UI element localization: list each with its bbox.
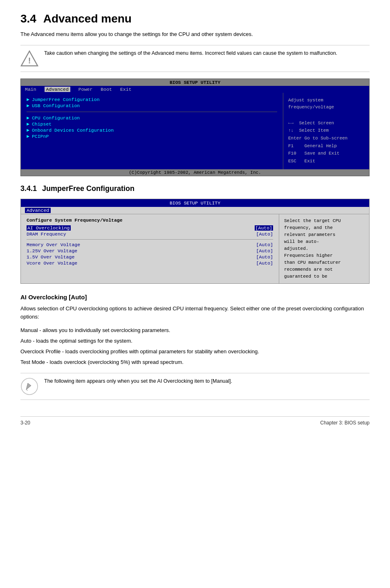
svg-text:!: ! — [28, 56, 31, 65]
footer-chapter: Chapter 3: BIOS setup — [320, 420, 370, 426]
bios-item-chipset: ► Chipset — [27, 121, 277, 127]
bios-body: ► JumperFree Configuration ► USB Configu… — [21, 93, 369, 169]
svg-line-3 — [26, 390, 28, 391]
bios-screen-jumperfree: BIOS SETUP UTILITY Advanced Configure Sy… — [20, 199, 370, 284]
subsection-title: 3.4.1 JumperFree Configuration — [20, 184, 370, 193]
warning-box: ! Take caution when changing the setting… — [20, 45, 370, 72]
arrow-icon: ► — [27, 121, 29, 127]
bios2-row-ai: AI Overclocking [Auto] — [27, 225, 273, 231]
bios-item-jumperfree: ► JumperFree Configuration — [27, 97, 277, 102]
option-manual: Manual - allows you to individually set … — [20, 326, 370, 334]
intro-text: The Advanced menu items allow you to cha… — [20, 30, 370, 38]
option-test-mode: Test Mode - loads overclock (overclockin… — [20, 358, 370, 366]
bios-nav-keys: ←→ Select Screen ↑↓ Select Item Enter Go… — [288, 119, 364, 165]
bios-item-cpu: ► CPU Configuration — [27, 115, 277, 121]
bios2-section-header: Configure System Frequency/Voltage — [27, 218, 273, 223]
bios2-row-125v: 1.25V Over Voltage [Auto] — [27, 248, 273, 254]
section-title: 3.4 Advanced menu — [20, 12, 370, 25]
note-box: The following item appears only when you… — [20, 373, 370, 400]
ai-overclocking-title: AI Overclocking [Auto] — [20, 294, 370, 301]
bios-topbar: BIOS SETUP UTILITY — [21, 79, 369, 86]
bios2-row-mem: Memory Over Voltage [Auto] — [27, 242, 273, 247]
bios-screen-main: BIOS SETUP UTILITY Main Advanced Power B… — [20, 79, 370, 176]
bios2-row-vcore: Vcore Over Voltage [Auto] — [27, 260, 273, 266]
bios-footer: (C)Copyright 1985-2002, American Megatre… — [21, 169, 369, 176]
bios2-row-dram: DRAM Frequency [Auto] — [27, 231, 273, 237]
footer-page-num: 3-20 — [20, 420, 30, 426]
arrow-icon: ► — [27, 115, 29, 121]
menu-advanced: Advanced — [45, 87, 70, 92]
bios-item-pci: ► PCIPnP — [27, 134, 277, 139]
bios2-left: Configure System Frequency/Voltage AI Ov… — [21, 214, 279, 283]
bios2-row-15v: 1.5V Over Voltage [Auto] — [27, 254, 273, 260]
note-icon — [20, 377, 38, 395]
warning-text: Take caution when changing the settings … — [44, 49, 337, 57]
note-text: The following item appears only when you… — [44, 377, 232, 385]
arrow-icon: ► — [27, 103, 29, 108]
arrow-icon: ► — [27, 97, 29, 102]
bios2-menu-advanced: Advanced — [25, 208, 51, 213]
warning-icon: ! — [20, 49, 38, 67]
bios2-right: Select the target CPU frequency, and the… — [279, 214, 369, 283]
arrow-icon: ► — [27, 134, 29, 139]
menu-boot: Boot — [101, 87, 112, 92]
page-footer: 3-20 Chapter 3: BIOS setup — [20, 416, 370, 426]
arrow-icon: ► — [27, 128, 29, 133]
option-auto: Auto - loads the optimal settings for th… — [20, 337, 370, 345]
bios-item-usb: ► USB Configuration — [27, 103, 277, 108]
ai-overclocking-body: Allows selection of CPU overclocking opt… — [20, 305, 370, 321]
menu-power: Power — [78, 87, 93, 92]
bios2-menu-bar: Advanced — [21, 207, 369, 214]
bios-menu-bar: Main Advanced Power Boot Exit — [21, 86, 369, 93]
bios-left: ► JumperFree Configuration ► USB Configu… — [21, 93, 283, 169]
option-overclock-profile: Overclock Profile - loads overclocking p… — [20, 348, 370, 356]
bios-item-onboard: ► Onboard Devices Configuration — [27, 128, 277, 133]
menu-exit: Exit — [120, 87, 132, 92]
bios2-topbar: BIOS SETUP UTILITY — [21, 199, 369, 207]
bios2-body: Configure System Frequency/Voltage AI Ov… — [21, 214, 369, 283]
bios-right: Adjust systemfrequency/voltage ←→ Select… — [283, 93, 369, 169]
menu-main: Main — [25, 87, 36, 92]
